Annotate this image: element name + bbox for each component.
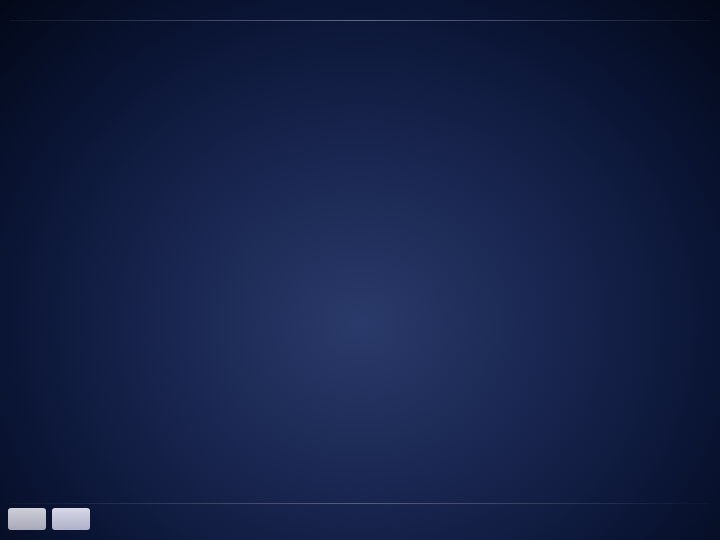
logo-icon (8, 508, 46, 530)
title-divider (10, 20, 710, 21)
slide-title (0, 0, 720, 20)
footer-logos (0, 508, 90, 530)
slide-footer (0, 508, 720, 530)
footer-divider (10, 503, 710, 504)
logo-icon (52, 508, 90, 530)
